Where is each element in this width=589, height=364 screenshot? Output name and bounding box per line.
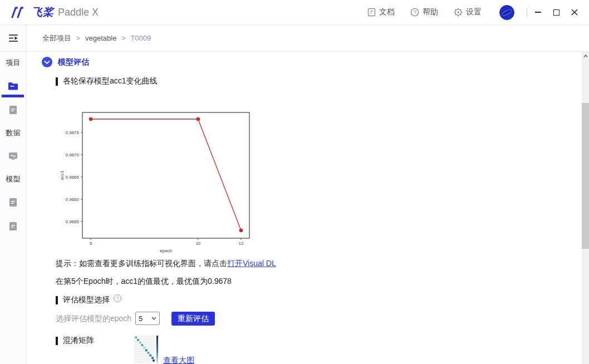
visual-dl-link[interactable]: 打开Visual DL (227, 259, 276, 268)
eval-select-header: 评估模型选择 ? (56, 295, 121, 305)
section-marker (56, 77, 58, 86)
section-title: 模型评估 (58, 57, 89, 67)
epoch-select-value: 5 (139, 314, 143, 323)
avatar[interactable] (499, 5, 514, 20)
breadcrumb-separator: > (121, 35, 125, 42)
confusion-matrix-thumbnail[interactable] (134, 334, 159, 364)
svg-text:0.9675: 0.9675 (66, 130, 80, 135)
docs-button[interactable]: 文档 (367, 7, 395, 17)
paddle-logo-icon (10, 6, 29, 18)
svg-text:epoch: epoch (160, 248, 172, 253)
breadcrumb: 全部项目 > vegetable > T0009 (27, 25, 589, 52)
file-icon (9, 198, 17, 207)
minimize-icon (535, 12, 541, 13)
maximize-button[interactable] (548, 4, 564, 20)
chart-title: 各轮保存模型acc1变化曲线 (63, 76, 158, 86)
breadcrumb-item-vegetable[interactable]: vegetable (85, 34, 116, 42)
topbar: 飞桨 Paddle X 文档 ? 帮助 (0, 0, 589, 25)
sidebar-group-label-project: 项目 (0, 52, 26, 74)
confusion-title: 混淆矩阵 (63, 336, 94, 346)
docs-label: 文档 (379, 7, 395, 17)
svg-text:0.9655: 0.9655 (66, 219, 80, 224)
chevron-down-icon (151, 317, 156, 320)
close-icon (571, 9, 578, 16)
reevaluate-button[interactable]: 重新评估 (171, 312, 215, 326)
sidebar-item-project-doc[interactable] (0, 98, 26, 122)
sidebar-item-model-doc-1[interactable] (0, 190, 26, 214)
file-icon (9, 222, 17, 231)
breadcrumb-item-current: T0009 (130, 34, 151, 42)
collapse-menu-button[interactable] (0, 25, 26, 52)
tip-text: 提示：如需查看更多训练指标可视化界面，请点击打开Visual DL (56, 259, 276, 269)
document-icon (367, 8, 376, 17)
view-large-link[interactable]: 查看大图 (163, 356, 194, 364)
epoch-select-label: 选择评估模型的epoch (56, 314, 131, 324)
breadcrumb-separator: > (76, 35, 80, 42)
svg-text:5: 5 (90, 241, 92, 246)
scroll-up-button[interactable] (582, 52, 589, 60)
logo-text-en: Paddle X (58, 7, 99, 18)
section-marker (56, 296, 58, 304)
chart-canvas: 0.96550.96600.96650.96700.967551012epoch… (58, 107, 259, 253)
gear-icon (454, 8, 463, 17)
help-label: 帮助 (423, 7, 438, 17)
view-large-row: 查看大图 (163, 356, 194, 364)
svg-text:0.9670: 0.9670 (66, 153, 80, 158)
vertical-scrollbar[interactable] (582, 52, 589, 364)
svg-text:?: ? (413, 9, 416, 15)
scrollbar-thumb[interactable] (582, 103, 589, 249)
sidebar-group-label-data: 数据 (0, 122, 26, 144)
section-marker (56, 337, 58, 345)
question-circle-icon: ? (410, 8, 419, 17)
svg-text:acc1: acc1 (60, 170, 65, 180)
settings-button[interactable]: 设置 (454, 7, 482, 17)
model-eval-section-header[interactable]: 模型评估 (42, 57, 89, 67)
chevron-down-circle-icon (42, 57, 52, 67)
close-button[interactable] (567, 4, 582, 20)
confusion-header: 混淆矩阵 (56, 336, 94, 346)
monitor-chart-icon (8, 152, 18, 160)
minimize-button[interactable] (530, 4, 546, 20)
maximize-icon (553, 9, 559, 16)
sidebar-item-project-list[interactable] (0, 74, 26, 98)
sidebar-group-label-model: 模型 (0, 168, 26, 190)
main-content: 模型评估 各轮保存模型acc1变化曲线 0.96550.96600.96650.… (27, 52, 582, 364)
best-epoch-text: 在第5个Epoch时，acc1的值最优，最优值为0.9678 (56, 277, 232, 287)
svg-text:0.9660: 0.9660 (66, 197, 80, 202)
acc1-line-chart: 0.96550.96600.96650.96700.967551012epoch… (58, 107, 259, 253)
breadcrumb-item-all-projects[interactable]: 全部项目 (42, 33, 71, 43)
sidebar-item-data-visual[interactable] (0, 144, 26, 168)
window-separator (527, 8, 527, 17)
svg-text:10: 10 (195, 241, 200, 246)
epoch-select[interactable]: 5 (135, 312, 160, 325)
help-circle-icon[interactable]: ? (114, 294, 121, 302)
tip-prefix: 提示：如需查看更多训练指标可视化界面，请点击 (56, 259, 227, 268)
app-window: 飞桨 Paddle X 文档 ? 帮助 (0, 0, 589, 364)
eval-select-title: 评估模型选择 (63, 295, 110, 305)
sidebar-item-model-doc-2[interactable] (0, 214, 26, 238)
hamburger-icon (8, 34, 18, 42)
logo-text-cn: 飞桨 (32, 5, 54, 19)
sidebar: 项目 数据 模型 (0, 25, 27, 364)
chart-title-row: 各轮保存模型acc1变化曲线 (56, 76, 158, 86)
app-logo: 飞桨 Paddle X (10, 5, 99, 19)
settings-label: 设置 (466, 7, 482, 17)
folder-icon (8, 82, 18, 90)
file-icon (9, 105, 17, 115)
svg-text:0.9665: 0.9665 (66, 175, 80, 180)
chevron-up-icon (583, 55, 588, 57)
svg-text:12: 12 (239, 241, 244, 246)
help-button[interactable]: ? 帮助 (410, 7, 438, 17)
